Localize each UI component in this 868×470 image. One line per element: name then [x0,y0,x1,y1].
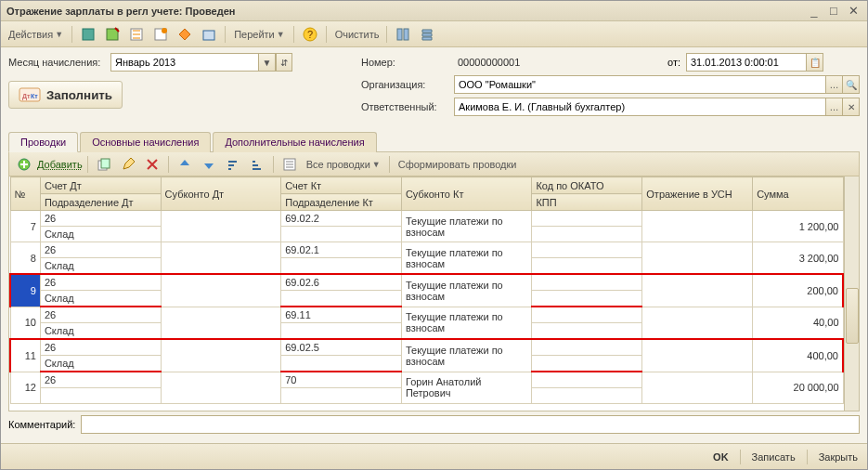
icon-1[interactable] [77,25,99,44]
svg-rect-1 [107,29,118,40]
svg-rect-0 [83,29,94,40]
svg-point-4 [162,28,167,33]
org-input[interactable] [454,75,826,94]
col-podr-kt[interactable]: Подразделение Кт [281,194,402,211]
col-podr-dt[interactable]: Подразделение Дт [40,194,161,211]
org-label: Организация: [361,79,454,90]
add-icon[interactable] [13,155,35,174]
svg-rect-9 [404,29,408,40]
delete-icon[interactable] [141,155,163,174]
number-label: Номер: [361,57,454,68]
col-sub-kt[interactable]: Субконто Кт [401,177,531,211]
tab-main-accruals[interactable]: Основные начисления [80,132,211,152]
col-usn[interactable]: Отражение в УСН [642,177,753,211]
clear-button[interactable]: Очистить [331,27,382,42]
col-acc-dt[interactable]: Счет Дт [40,177,161,194]
svg-text:Дт: Дт [22,93,31,100]
footer: OK Записать Закрыть [1,443,867,469]
icon-4[interactable] [149,25,172,44]
goto-menu[interactable]: Перейти▼ [230,27,289,42]
form-entries-button[interactable]: Сформировать проводки [395,157,519,172]
col-kpp[interactable]: КПП [532,194,642,211]
maximize-button[interactable]: □ [825,4,842,18]
col-num[interactable]: № [10,177,40,211]
main-toolbar: Действия▼ Перейти▼ ? Очистить [1,21,867,47]
svg-rect-15 [101,159,110,168]
tab-toolbar: Добавить Все проводки▼ Сформировать пров… [8,152,860,176]
svg-text:Кт: Кт [31,93,38,99]
number-value: 00000000001 [454,56,584,69]
month-dropdown-button[interactable]: ▼ [259,53,276,72]
col-acc-kt[interactable]: Счет Кт [281,177,402,194]
icon-8[interactable] [416,25,438,44]
table-row[interactable]: 112669.02.5Текущие платежи по взносам400… [10,339,843,356]
resp-label: Ответственный: [361,101,454,112]
resp-choose-button[interactable]: … [826,98,843,116]
table-row[interactable]: 82669.02.1Текущие платежи по взносам3 20… [10,242,843,258]
all-entries-menu[interactable]: Все проводки▼ [303,157,384,172]
icon-2[interactable] [101,25,123,44]
help-icon[interactable]: ? [299,25,321,44]
col-sum[interactable]: Сумма [753,177,843,211]
table-row[interactable]: 72669.02.2Текущие платежи по взносам1 20… [10,211,843,227]
actions-menu[interactable]: Действия▼ [5,27,67,42]
resp-clear-button[interactable]: ✕ [843,98,860,116]
resp-input[interactable] [454,98,826,116]
vertical-scrollbar[interactable] [844,176,859,411]
table-row[interactable]: 102669.11Текущие платежи по взносам40,00 [10,307,843,323]
table-row[interactable]: 122670Горин Анатолий Петрович20 000,00 [10,372,843,388]
scroll-thumb[interactable] [846,288,859,344]
ok-button[interactable]: OK [713,451,729,463]
entries-grid[interactable]: № Счет Дт Субконто Дт Счет Кт Субконто К… [9,176,844,404]
date-input[interactable] [686,53,807,72]
icon-5[interactable] [174,25,196,44]
move-up-icon[interactable] [174,155,196,174]
month-stepper[interactable]: ⇵ [276,53,292,72]
svg-text:?: ? [307,29,313,40]
sort-asc-icon[interactable] [222,155,244,174]
comment-label: Комментарий: [8,419,81,430]
window-title: Отражение зарплаты в регл учете: Проведе… [6,6,235,17]
month-label: Месяц начисления: [8,57,110,68]
sort-desc-icon[interactable] [246,155,268,174]
col-sub-dt[interactable]: Субконто Дт [161,177,281,211]
add-link[interactable]: Добавить [37,159,83,170]
close-doc-button[interactable]: Закрыть [819,451,858,463]
date-label: от: [584,57,686,68]
date-calendar-button[interactable]: 📋 [807,53,823,72]
svg-rect-5 [203,31,214,40]
save-button[interactable]: Записать [752,451,796,463]
move-down-icon[interactable] [198,155,220,174]
comment-input[interactable] [81,415,860,434]
tabs: Проводки Основные начисления Дополнитель… [8,131,860,152]
list-icon[interactable] [279,155,301,174]
icon-7[interactable] [392,25,414,44]
edit-icon[interactable] [117,155,139,174]
month-input[interactable] [110,53,259,72]
fill-button[interactable]: ДтКт Заполнить [8,81,123,109]
svg-rect-8 [397,29,402,40]
icon-6[interactable] [198,25,220,44]
col-okato[interactable]: Код по ОКАТО [532,177,642,194]
org-search-button[interactable]: 🔍 [843,75,860,94]
icon-3[interactable] [125,25,148,44]
titlebar: Отражение зарплаты в регл учете: Проведе… [1,1,867,21]
minimize-button[interactable]: _ [806,4,823,18]
org-choose-button[interactable]: … [826,75,843,94]
copy-icon[interactable] [93,155,115,174]
close-button[interactable]: ✕ [845,4,862,18]
tab-entries[interactable]: Проводки [8,132,78,152]
table-row[interactable]: 92669.02.6Текущие платежи по взносам200,… [10,274,843,291]
tab-additional-accruals[interactable]: Дополнительные начисления [213,132,376,152]
